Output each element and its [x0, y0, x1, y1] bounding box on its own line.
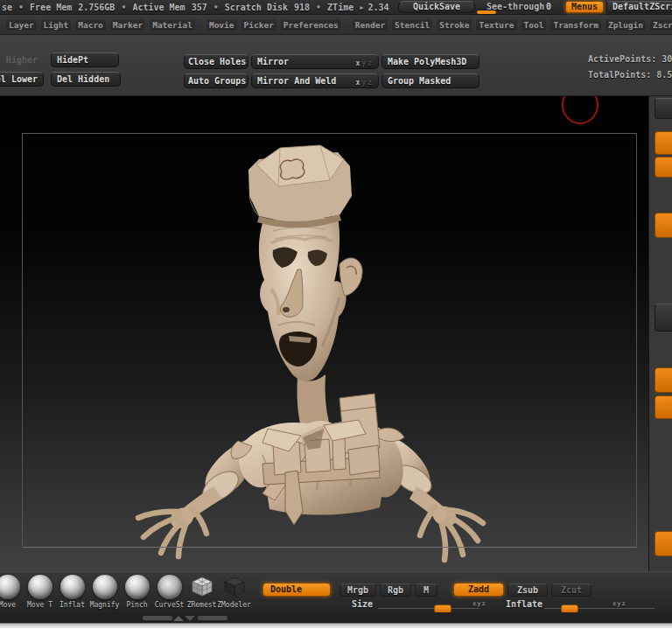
zsub-toggle-button[interactable]: Zsub: [508, 584, 548, 597]
del-higher-button: el Higher: [0, 52, 44, 67]
mrgb-toggle-button[interactable]: Mrgb: [340, 584, 376, 597]
mirror-label: Mirror: [257, 57, 289, 66]
tray-button[interactable]: [654, 304, 672, 332]
free-mem-label: Free Mem: [30, 3, 72, 12]
active-points-stat: ActivePoints: 309: [588, 54, 672, 64]
menu-picker[interactable]: Picker: [241, 18, 277, 31]
tray-divider-handle[interactable]: [143, 616, 172, 620]
active-points-label: ActivePoints:: [588, 54, 656, 64]
rgb-toggle-button[interactable]: Rgb: [380, 584, 411, 597]
mirror-weld-axis-toggles[interactable]: xyz: [356, 76, 374, 88]
ztime-label: ZTime: [327, 3, 354, 12]
menus-toggle-button[interactable]: Menus: [565, 1, 604, 13]
mirror-and-weld-button[interactable]: Mirror And Weld xyz: [251, 73, 379, 88]
curve-strap-brush-icon: [158, 575, 182, 599]
menu-light[interactable]: Light: [40, 18, 73, 31]
zcut-toggle-button[interactable]: Zcut: [551, 584, 592, 597]
size-slider-track[interactable]: [378, 608, 480, 609]
tray-divider-strip: [0, 612, 672, 623]
right-hand-fingers: [420, 507, 483, 560]
bullet-icon: •: [316, 3, 321, 12]
menu-stencil[interactable]: Stencil: [391, 18, 433, 31]
bullet-icon: •: [18, 3, 24, 12]
del-hidden-button[interactable]: Del Hidden: [51, 72, 121, 87]
tray-button[interactable]: [654, 213, 672, 238]
menu-stroke[interactable]: Stroke: [436, 18, 472, 31]
mirror-and-weld-label: Mirror And Weld: [257, 76, 336, 86]
see-through-slider[interactable]: [477, 10, 496, 14]
brush-move[interactable]: Move: [0, 575, 24, 609]
group-masked-button[interactable]: Group Masked: [382, 73, 480, 88]
tray-button[interactable]: [654, 367, 672, 393]
memory-stats: se • Free Mem 2.756GB • Active Mem 357 •…: [2, 0, 396, 15]
mirror-button[interactable]: Mirror xyz: [251, 54, 379, 69]
quicksave-button[interactable]: QuickSave: [398, 1, 475, 13]
del-lower-button[interactable]: el Lower: [0, 72, 44, 87]
menu-render[interactable]: Render: [352, 18, 388, 31]
menu-bar: Layer Light Macro Marker Material Movie …: [0, 15, 672, 35]
total-points-stat: TotalPoints: 8.519: [588, 70, 672, 80]
zbrush-window: se • Free Mem 2.756GB • Active Mem 357 •…: [0, 0, 672, 629]
bullet-icon: •: [121, 3, 126, 12]
tray-collapse-down-icon[interactable]: [185, 616, 195, 621]
zombie-cop-sculpture: [0, 96, 648, 571]
active-mem-value: 357: [192, 3, 207, 12]
menu-texture[interactable]: Texture: [475, 18, 517, 31]
menu-layer[interactable]: Layer: [5, 18, 38, 31]
brush-pinch[interactable]: Pinch: [121, 575, 153, 609]
brush-curvest[interactable]: CurveSt: [153, 575, 186, 609]
menu-zscript[interactable]: Zscript: [649, 18, 672, 31]
bottom-toolbar: Move Move T Inflat Magnify Pinch CurveSt: [0, 571, 672, 612]
zmodeler-cube-icon: [222, 575, 247, 599]
brush-move-topological[interactable]: Move T: [24, 575, 56, 609]
tool-shelf: el Higher HidePt el Lower Del Hidden Clo…: [0, 35, 672, 96]
brush-magnify[interactable]: Magnify: [88, 575, 121, 609]
axis-z-toggle[interactable]: z: [368, 79, 374, 87]
menu-macro[interactable]: Macro: [74, 18, 107, 31]
default-zscript-button[interactable]: DefaultZScrip: [606, 1, 672, 13]
menu-material[interactable]: Material: [149, 18, 196, 31]
axis-indicator: xyz: [612, 600, 626, 607]
ztime-value: 2.34: [368, 3, 388, 12]
inflate-slider-label: Inflate: [506, 599, 542, 609]
magnify-brush-icon: [93, 575, 117, 599]
menu-zplugin[interactable]: Zplugin: [605, 18, 647, 31]
axis-z-toggle[interactable]: z: [368, 59, 374, 67]
make-polymesh3d-button[interactable]: Make PolyMesh3D: [382, 54, 480, 69]
tray-button[interactable]: [654, 98, 672, 119]
bullet-icon: •: [214, 3, 219, 12]
window-bottom-edge: [0, 623, 672, 629]
zremesher-cube-icon: [190, 575, 214, 599]
hidept-button[interactable]: HidePt: [51, 52, 119, 67]
mirror-axis-toggles[interactable]: xyz: [356, 57, 374, 69]
brush-inflat[interactable]: Inflat: [56, 575, 88, 609]
pinch-brush-icon: [125, 575, 150, 599]
tray-expand-up-icon[interactable]: [173, 616, 184, 621]
tray-button[interactable]: [654, 531, 672, 556]
sculpt-viewport[interactable]: [0, 96, 648, 571]
brush-row: Move Move T Inflat Magnify Pinch CurveSt: [0, 575, 250, 609]
brush-zremesher[interactable]: ZRemest: [186, 575, 218, 609]
brush-zmodeler[interactable]: ZModeler: [218, 575, 250, 609]
m-toggle-button[interactable]: M: [415, 584, 438, 597]
auto-groups-button[interactable]: Auto Groups: [184, 73, 248, 88]
scratch-disk-label: Scratch Disk: [225, 3, 288, 12]
tray-divider-handle[interactable]: [198, 616, 228, 620]
right-tray: [648, 96, 672, 571]
tray-button[interactable]: [654, 131, 672, 155]
menu-preferences[interactable]: Preferences: [280, 18, 342, 31]
menu-tool[interactable]: Tool: [521, 18, 548, 31]
size-slider-label: Size: [352, 599, 373, 609]
menu-marker[interactable]: Marker: [109, 18, 146, 31]
total-points-label: TotalPoints:: [588, 70, 651, 80]
double-toggle-button[interactable]: Double: [262, 583, 331, 597]
tray-button[interactable]: [654, 395, 672, 419]
move-topological-brush-icon: [28, 575, 52, 599]
menu-transform[interactable]: Transform: [550, 18, 601, 31]
see-through-value: 0: [546, 2, 551, 11]
move-brush-icon: [0, 575, 20, 599]
close-holes-button[interactable]: Close Holes: [184, 54, 248, 69]
tray-button[interactable]: [654, 157, 672, 178]
zadd-toggle-button[interactable]: Zadd: [453, 583, 504, 597]
menu-movie[interactable]: Movie: [206, 18, 238, 31]
